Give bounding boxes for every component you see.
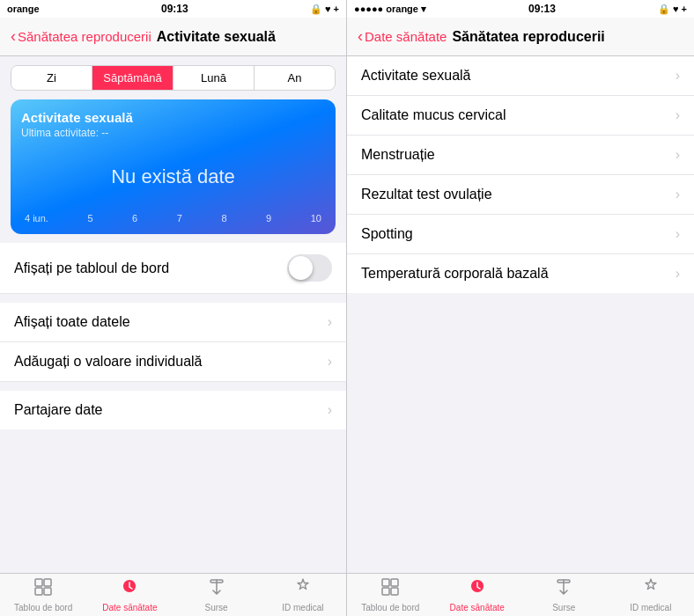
segment-luna[interactable]: Lună	[174, 66, 255, 90]
right-tab-surse[interactable]: Surse	[520, 574, 608, 616]
settings-item-tablou: Afișați pe tabloul de bord	[0, 243, 346, 294]
left-carrier: orange	[7, 4, 40, 14]
menu-label-temperatura: Temperatură corporală bazală	[361, 266, 549, 282]
right-tab-surse-icon	[554, 577, 573, 601]
menu-item-rezultat[interactable]: Rezultat test ovulație ›	[347, 175, 694, 215]
menu-item-spotting[interactable]: Spotting ›	[347, 215, 694, 254]
menu-item-temperatura[interactable]: Temperatură corporală bazală ›	[347, 254, 694, 293]
segment-control: Zi Săptămână Lună An	[11, 65, 336, 91]
chart-title: Activitate sexuală	[21, 110, 325, 125]
axis-label-3: 7	[177, 213, 182, 224]
left-back-button[interactable]: ‹ Sănătatea reproducerii	[11, 27, 151, 46]
axis-label-0: 4 iun.	[25, 213, 48, 224]
right-status-icons: 🔒 ♥ +	[658, 4, 687, 15]
right-nav-bar: ‹ Date sănătate Sănătatea reproducerii	[347, 18, 694, 56]
svg-rect-2	[35, 588, 42, 595]
settings-list: Afișați pe tabloul de bord Afișați toate…	[0, 243, 346, 429]
axis-label-6: 10	[311, 213, 321, 224]
left-tab-date-label: Date sănătate	[102, 603, 157, 612]
settings-item-adaugati[interactable]: Adăugați o valoare individuală ›	[0, 342, 346, 382]
segment-saptamana[interactable]: Săptămână	[92, 66, 174, 90]
axis-label-1: 5	[87, 213, 92, 224]
left-tab-surse-label: Surse	[205, 603, 228, 612]
right-back-button[interactable]: ‹ Date sănătate	[358, 27, 447, 46]
right-status-bar: ●●●●● orange ▾ 09:13 🔒 ♥ +	[347, 0, 694, 18]
svg-rect-1	[44, 579, 51, 586]
right-tab-tablou-label: Tablou de bord	[361, 603, 419, 612]
chevron-toate-icon: ›	[328, 314, 332, 330]
chevron-menstruatie-icon: ›	[676, 147, 680, 163]
left-chevron-icon: ‹	[11, 27, 16, 46]
left-tab-id[interactable]: ID medical	[260, 574, 346, 616]
axis-label-5: 9	[266, 213, 271, 224]
segment-zi[interactable]: Zi	[11, 66, 92, 90]
toggle-tablou[interactable]	[287, 254, 332, 282]
menu-label-menstruatie: Menstruație	[361, 147, 435, 163]
settings-label-partajare: Partajare date	[14, 402, 103, 418]
menu-item-activitate[interactable]: Activitate sexuală ›	[347, 56, 694, 96]
left-status-icons: 🔒 ♥ +	[310, 4, 339, 15]
segment-an[interactable]: An	[255, 66, 335, 90]
right-tab-bar: Tablou de bord Date sănătate Surse ID me…	[347, 573, 694, 616]
left-panel: orange 09:13 🔒 ♥ + ‹ Sănătatea reproduce…	[0, 0, 347, 616]
svg-rect-6	[391, 579, 398, 586]
toggle-knob	[289, 256, 313, 280]
chevron-adaugati-icon: ›	[328, 354, 332, 370]
left-tab-tablou[interactable]: Tablou de bord	[0, 574, 86, 616]
left-tab-date-icon	[120, 577, 139, 601]
chart-card: Activitate sexuală Ultima activitate: --…	[11, 99, 336, 234]
svg-rect-0	[35, 579, 42, 586]
left-status-bar: orange 09:13 🔒 ♥ +	[0, 0, 346, 18]
left-tab-surse-icon	[207, 577, 226, 601]
left-tab-tablou-label: Tablou de bord	[14, 603, 72, 612]
menu-label-activitate: Activitate sexuală	[361, 68, 471, 84]
right-tab-id[interactable]: ID medical	[608, 574, 695, 616]
left-tab-tablou-icon	[33, 577, 53, 601]
right-tab-date[interactable]: Date sănătate	[434, 574, 521, 616]
chevron-partajare-icon: ›	[328, 402, 332, 418]
menu-label-rezultat: Rezultat test ovulație	[361, 187, 492, 202]
svg-rect-3	[44, 588, 51, 595]
chart-axis: 4 iun. 5 6 7 8 9 10	[21, 213, 325, 224]
menu-label-spotting: Spotting	[361, 226, 413, 242]
chevron-calitate-icon: ›	[676, 107, 680, 123]
right-carrier: ●●●●● orange ▾	[354, 4, 426, 15]
right-tab-id-label: ID medical	[630, 603, 671, 612]
right-tab-id-icon	[641, 577, 661, 601]
chevron-spotting-icon: ›	[676, 226, 680, 242]
right-tab-tablou-icon	[380, 577, 400, 601]
chevron-rezultat-icon: ›	[676, 187, 680, 202]
chevron-temperatura-icon: ›	[676, 266, 680, 282]
left-tab-date[interactable]: Date sănătate	[86, 574, 173, 616]
menu-item-menstruatie[interactable]: Menstruație ›	[347, 136, 694, 175]
right-back-label: Date sănătate	[365, 29, 447, 44]
svg-rect-7	[382, 588, 389, 595]
right-panel: ●●●●● orange ▾ 09:13 🔒 ♥ + ‹ Date sănăta…	[347, 0, 694, 616]
left-nav-bar: ‹ Sănătatea reproducerii Activitate sexu…	[0, 18, 346, 56]
menu-label-calitate: Calitate mucus cervical	[361, 107, 506, 123]
right-time: 09:13	[528, 3, 556, 15]
left-back-label: Sănătatea reproducerii	[18, 29, 151, 44]
settings-label-toate: Afișați toate datele	[14, 314, 130, 330]
left-tab-id-icon	[293, 577, 313, 601]
menu-item-calitate[interactable]: Calitate mucus cervical ›	[347, 96, 694, 136]
chevron-activitate-icon: ›	[676, 68, 680, 84]
right-nav-title: Sănătatea reproducerii	[452, 29, 604, 45]
svg-rect-5	[382, 579, 389, 586]
chart-empty-text: Nu există date	[21, 139, 325, 206]
right-tab-tablou[interactable]: Tablou de bord	[347, 574, 434, 616]
left-tab-surse[interactable]: Surse	[174, 574, 260, 616]
section-divider-2	[0, 382, 346, 391]
menu-list: Activitate sexuală › Calitate mucus cerv…	[347, 56, 694, 293]
left-tab-id-label: ID medical	[282, 603, 323, 612]
right-chevron-icon: ‹	[358, 27, 363, 46]
left-time: 09:13	[161, 3, 188, 15]
left-nav-title: Activitate sexuală	[157, 29, 276, 45]
settings-label-adaugati: Adăugați o valoare individuală	[14, 354, 202, 370]
left-settings-area: Afișați pe tabloul de bord Afișați toate…	[0, 243, 346, 573]
axis-label-4: 8	[221, 213, 226, 224]
axis-label-2: 6	[132, 213, 137, 224]
settings-item-partajare[interactable]: Partajare date ›	[0, 391, 346, 429]
right-tab-date-label: Date sănătate	[450, 603, 505, 612]
settings-item-toate[interactable]: Afișați toate datele ›	[0, 303, 346, 342]
